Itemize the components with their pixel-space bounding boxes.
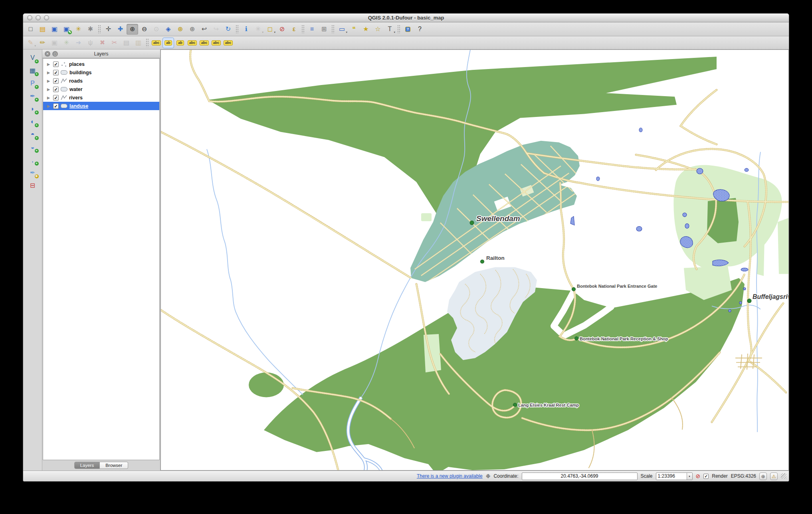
zoom-full-button[interactable]: ◈ [162, 24, 174, 35]
layer-row-roads[interactable]: ▶ ✓ roads [43, 77, 159, 85]
panel-close-icon[interactable]: ✕ [45, 51, 50, 57]
add-vector-layer-button[interactable]: V+ [26, 52, 39, 64]
zoom-out-button[interactable]: ⊖ [139, 24, 150, 35]
panel-float-icon[interactable]: ◻ [52, 51, 58, 57]
new-project-button[interactable]: □ [25, 24, 36, 35]
save-project-as-button[interactable]: ▣✎ [61, 24, 72, 35]
copy-features-button[interactable]: ▤ [121, 38, 132, 48]
render-checkbox[interactable]: ✓ [703, 474, 709, 479]
layer-checkbox[interactable]: ✓ [53, 87, 59, 92]
show-bookmarks-button[interactable]: ☆ [372, 24, 384, 35]
help-contents-button[interactable]: ? [402, 24, 414, 35]
tab-layers[interactable]: Layers [74, 462, 100, 469]
open-project-button[interactable]: ▤ [37, 24, 48, 35]
current-edits-button[interactable]: ✎▾ [25, 38, 36, 48]
minimize-window-button[interactable] [36, 15, 41, 20]
pan-map-button[interactable]: ✛ [103, 24, 114, 35]
pan-to-selection-button[interactable]: ✚ [115, 24, 126, 35]
save-layer-edits-button[interactable]: ▣ [49, 38, 60, 48]
rotate-label-button[interactable]: abc [210, 38, 222, 48]
expand-arrow-icon[interactable]: ▶ [47, 96, 51, 100]
zoom-last-button[interactable]: ↩ [198, 24, 210, 35]
tab-browser[interactable]: Browser [100, 462, 128, 469]
deselect-features-button[interactable]: ⊘ [276, 24, 288, 35]
add-postgis-layer-button[interactable]: P+ [26, 77, 39, 89]
resize-grip[interactable] [781, 473, 786, 479]
scale-combo[interactable]: 1:23396 ▾ [656, 472, 693, 480]
layer-row-water[interactable]: ▶ ✓ water [43, 85, 159, 93]
zoom-in-button[interactable]: ⊕ [127, 24, 138, 35]
pin-unpin-labels-button[interactable]: ab [162, 38, 174, 48]
layer-checkbox[interactable]: ✓ [53, 95, 59, 101]
toggle-editing-button[interactable]: ✏ [37, 38, 48, 48]
expand-arrow-icon[interactable]: ▶ [47, 79, 51, 83]
cut-features-button[interactable]: ✂ [109, 38, 120, 48]
refresh-map-button[interactable]: ↻ [222, 24, 234, 35]
expand-arrow-icon[interactable]: ▶ [47, 71, 51, 75]
layer-row-places[interactable]: ▶ ✓ places [43, 60, 159, 68]
layer-checkbox[interactable]: ✓ [53, 103, 59, 109]
add-spatialite-layer-button[interactable]: ✒+ [26, 90, 39, 102]
map-canvas[interactable]: Swellendam Railton Bontebok National Par… [160, 49, 789, 471]
text-annotation-button[interactable]: T▾ [384, 24, 396, 35]
expand-arrow-icon[interactable]: ▶ [47, 62, 51, 66]
layer-row-landuse[interactable]: ▶ ✓ landuse [43, 102, 159, 110]
map-tips-button[interactable]: ❝ [348, 24, 360, 35]
measure-line-icon: ▭ [339, 26, 345, 32]
layer-checkbox[interactable]: ✓ [53, 61, 59, 67]
new-plugin-link[interactable]: There is a new plugin available [417, 473, 483, 479]
layer-checkbox[interactable]: ✓ [53, 70, 59, 75]
add-wms-layer-button[interactable]: ◐+ [26, 116, 39, 128]
expand-arrow-icon[interactable]: ▶ [47, 87, 51, 91]
move-label-button[interactable]: abc [198, 38, 210, 48]
add-delimited-text-layer-button[interactable]: ,+ [26, 154, 39, 166]
save-project-button[interactable]: ▣ [49, 24, 60, 35]
zoom-window-button[interactable] [44, 15, 49, 20]
add-raster-layer-button[interactable]: ▦+ [26, 65, 39, 77]
node-tool-button[interactable]: ψ [85, 38, 96, 48]
title-bar[interactable]: QGIS 2.0.1-Dufour - basic_map [23, 14, 789, 22]
remove-layer-icon: ⊟ [30, 182, 35, 189]
add-mssql-layer-badge: + [35, 111, 39, 115]
new-spatialite-layer-button[interactable]: ✒▾✳ [26, 167, 39, 179]
add-wfs-layer-button[interactable]: ◒+ [26, 141, 39, 153]
composer-manager-button[interactable]: ✱ [85, 24, 96, 35]
field-calculator-button[interactable]: ⊞ [318, 24, 330, 35]
whats-this-button[interactable]: ? [414, 24, 426, 35]
stop-render-icon[interactable]: ⊘ [696, 473, 701, 479]
show-hide-labels-button[interactable]: abc [186, 38, 198, 48]
add-wcs-layer-button[interactable]: ◓+ [26, 128, 39, 140]
zoom-native-button[interactable]: ⊙ [151, 24, 162, 35]
layer-row-rivers[interactable]: ▶ ✓ rivers [43, 93, 159, 102]
new-print-composer-button[interactable]: ✳ [73, 24, 84, 35]
close-window-button[interactable] [27, 15, 32, 20]
identify-features-button[interactable]: ℹ [240, 24, 252, 35]
open-project-icon: ▤ [40, 26, 46, 32]
paste-features-button[interactable]: ▥ [133, 38, 144, 48]
zoom-next-button[interactable]: ↪ [210, 24, 222, 35]
delete-selected-button[interactable]: ✖ [97, 38, 108, 48]
layer-checkbox[interactable]: ✓ [53, 78, 59, 84]
coordinate-input[interactable] [522, 472, 638, 480]
plugin-icon[interactable]: ❉ [486, 473, 491, 479]
change-label-properties-button[interactable]: abc [222, 38, 234, 48]
crs-status-button[interactable]: ⊕ [759, 472, 767, 480]
add-feature-button[interactable]: ✳ [61, 38, 72, 48]
layer-row-buildings[interactable]: ▶ ✓ buildings [43, 68, 159, 77]
remove-layer-button[interactable]: ⊟ [26, 180, 39, 192]
select-features-button[interactable]: ◻▾ [264, 24, 276, 35]
expand-arrow-icon[interactable]: ▶ [47, 104, 51, 108]
zoom-to-selection-button[interactable]: ⊕ [174, 24, 186, 35]
open-attribute-table-button[interactable]: ≡ [306, 24, 318, 35]
zoom-to-layer-button[interactable]: ⊕ [186, 24, 198, 35]
select-by-expression-button[interactable]: ε [288, 24, 300, 35]
measure-line-button[interactable]: ▭▾ [336, 24, 348, 35]
move-feature-button[interactable]: ➜ [73, 38, 84, 48]
new-bookmark-button[interactable]: ★ [360, 24, 372, 35]
highlight-pinned-labels-button[interactable]: ab [174, 38, 186, 48]
log-messages-button[interactable]: ⚠ [770, 472, 778, 480]
add-mssql-layer-button[interactable]: ◗+ [26, 103, 39, 115]
scale-dropdown-icon[interactable]: ▾ [687, 473, 692, 480]
run-feature-action-button[interactable]: ✳▾ [252, 24, 264, 35]
layer-labeling-button[interactable]: abc [151, 38, 162, 48]
